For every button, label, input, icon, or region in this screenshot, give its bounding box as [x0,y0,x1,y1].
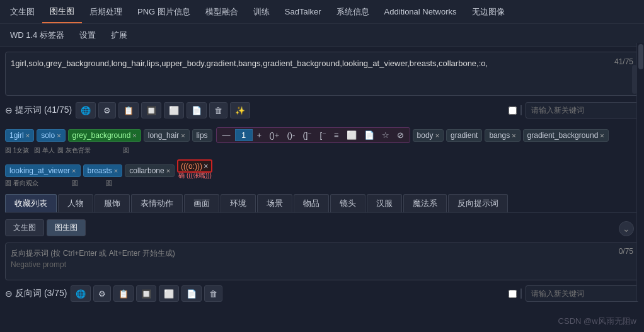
tag-gradient-bg[interactable]: gradient_background × [523,129,609,142]
emph-minus-btn[interactable]: — [219,129,234,141]
tag-solo-close[interactable]: × [57,132,60,139]
sub-collarbone: 圆 [106,178,144,188]
tool-magic-btn[interactable]: ✨ [230,102,250,118]
tool-trash-btn[interactable]: 🗑 [209,102,227,118]
neg-tool-globe-btn[interactable]: 🌐 [71,285,91,302]
emph-star-btn[interactable]: ☆ [379,129,393,141]
cat-tab-location[interactable]: 场景 [257,194,292,212]
neg-tool-gear-btn[interactable]: ⚙ [93,285,111,302]
tool-clipboard-btn[interactable]: 📋 [118,102,139,118]
cat-tab-scene[interactable]: 画面 [184,194,219,212]
category-section: 收藏列表 人物 服饰 表情动作 画面 环境 场景 物品 镜头 汉服 魔法系 反向… [5,194,639,239]
tag-breasts[interactable]: breasts × [83,164,123,177]
tag-collarbone-close[interactable]: × [166,167,170,175]
tool-square-btn[interactable]: 🔲 [141,102,161,118]
tool-copy-btn[interactable]: 📄 [187,102,207,118]
emph-copy2-btn[interactable]: 📄 [361,129,377,141]
cat-tab-lens[interactable]: 镜头 [330,194,365,212]
emph-list-btn[interactable]: ≡ [331,129,342,141]
scroll-down-btn[interactable]: ⌄ [619,221,634,236]
emph-paren-plus-btn[interactable]: ()+ [266,129,282,141]
right-scrollbar[interactable] [636,43,644,301]
cat-tab-environment[interactable]: 环境 [221,194,256,212]
tag-long-hair[interactable]: long_hair × [144,129,190,142]
nav-postprocess[interactable]: 后期处理 [82,1,130,23]
neg-tool-trash-btn[interactable]: 🗑 [204,285,222,302]
emph-plus-btn[interactable]: + [254,129,265,141]
cat-tab-magic[interactable]: 魔法系 [403,194,447,212]
prompt-text-area[interactable]: 1girl,solo,grey_background,long_hair,lip… [5,52,639,96]
tag-sublabels-row: 圆 1女孩 圆 单人 圆 灰色背景 圆 [5,144,639,156]
cat-tab-hanfu[interactable]: 汉服 [367,194,402,212]
csdn-watermark: CSDN @w风雨无阻w [558,316,636,327]
tag-collarbone[interactable]: collarbone × [125,164,175,177]
tag-lips[interactable]: lips [192,129,212,142]
tool-whitesq-btn[interactable]: ⬜ [164,102,184,118]
tag-grey-bg-close[interactable]: × [132,132,136,139]
neg-tool-copy-btn[interactable]: 📄 [181,285,202,302]
special-tag-sublabel: 确 (((张嘴))) [178,171,212,180]
cat-tab-negative[interactable]: 反向提示词 [448,194,508,212]
neg-title-text: 反向词 (3/75) [15,288,67,299]
tag-long-hair-close[interactable]: × [181,132,185,139]
prompt-counter: 41/75 [614,56,633,67]
neg-tool-clipboard-btn[interactable]: 📋 [113,285,134,302]
nav-img2img[interactable]: 图生图 [42,1,82,23]
emph-bracket2-btn[interactable]: [⁻ [316,129,330,141]
tag-bangs-close[interactable]: × [512,132,515,139]
prompt-checkbox[interactable] [509,106,517,115]
tag-1girl-close[interactable]: × [26,132,30,139]
nav-infinite-image[interactable]: 无边图像 [464,1,512,23]
tag-body-close[interactable]: × [435,132,439,139]
tag-1girl-text: 1girl [9,131,24,140]
nav-txt2img[interactable]: 文生图 [3,1,42,23]
nav-sysinfo[interactable]: 系统信息 [329,1,377,23]
prompt-collapse-icon[interactable]: ⊖ [5,105,13,115]
nav-additional-networks[interactable]: Additional Networks [377,2,464,21]
emph-bracket-minus-btn[interactable]: (]⁻ [299,129,315,141]
neg-checkbox-area [509,285,639,302]
sub-tab-img2img[interactable]: 图生图 [47,219,86,236]
tag-solo[interactable]: solo × [37,129,65,142]
tag-breasts-close[interactable]: × [114,167,118,175]
emph-square-btn[interactable]: ⬜ [343,129,360,141]
special-tag-close[interactable]: × [204,161,209,171]
nav-settings[interactable]: 设置 [72,25,103,46]
tool-globe-btn[interactable]: 🌐 [76,102,96,118]
tag-looking-at-viewer[interactable]: looking_at_viewer × [5,164,81,177]
emph-block-btn[interactable]: ⊘ [394,129,407,141]
tag-gradient-bg-close[interactable]: × [600,132,604,139]
cat-tab-clothing[interactable]: 服饰 [95,194,130,212]
tool-gear-btn[interactable]: ⚙ [98,102,116,118]
nav-train[interactable]: 训练 [246,1,277,23]
top-nav: 文生图 图生图 后期处理 PNG 图片信息 模型融合 训练 SadTalker … [0,0,644,24]
nav-png-info[interactable]: PNG 图片信息 [130,1,198,23]
cat-tab-expression[interactable]: 表情动作 [131,194,183,212]
nav-sadtalker[interactable]: SadTalker [277,2,329,21]
sub-tab-txt2img[interactable]: 文生图 [5,219,44,236]
tag-grey-background[interactable]: grey_background × [68,129,141,142]
neg-checkbox[interactable] [509,290,517,298]
cat-tab-favorites[interactable]: 收藏列表 [5,194,57,212]
neg-keyword-input[interactable] [526,285,639,302]
cat-tab-character[interactable]: 人物 [58,194,93,212]
cat-tab-items[interactable]: 物品 [294,194,329,212]
neg-collapse-icon[interactable]: ⊖ [5,289,13,299]
nav-extensions[interactable]: 扩展 [103,25,135,46]
tag-collarbone-text: collarbone [129,166,164,175]
neg-tool-square-btn[interactable]: 🔲 [136,285,156,302]
emph-paren-minus-btn[interactable]: ()- [284,129,298,141]
tag-1girl[interactable]: 1girl × [5,129,34,142]
tag-gradient[interactable]: gradient [446,129,482,142]
tag-bangs[interactable]: bangs × [485,129,520,142]
neg-tool-whitesq-btn[interactable]: ⬜ [159,285,179,302]
new-keyword-input[interactable] [526,102,639,118]
emph-value: 1 [235,129,253,141]
neg-prompt-placeholder: 反向提示词 (按 Ctrl+Enter 或 Alt+Enter 开始生成) [11,248,633,259]
tag-looking-close[interactable]: × [72,167,76,175]
nav-wd-tagger[interactable]: WD 1.4 标签器 [3,25,72,46]
tag-body[interactable]: body × [413,129,444,142]
nav-merge[interactable]: 模型融合 [198,1,246,23]
sub-solo: 圆 单人 [34,145,55,155]
special-tag[interactable]: (((o:))) × 确 (((张嘴))) [177,159,212,173]
